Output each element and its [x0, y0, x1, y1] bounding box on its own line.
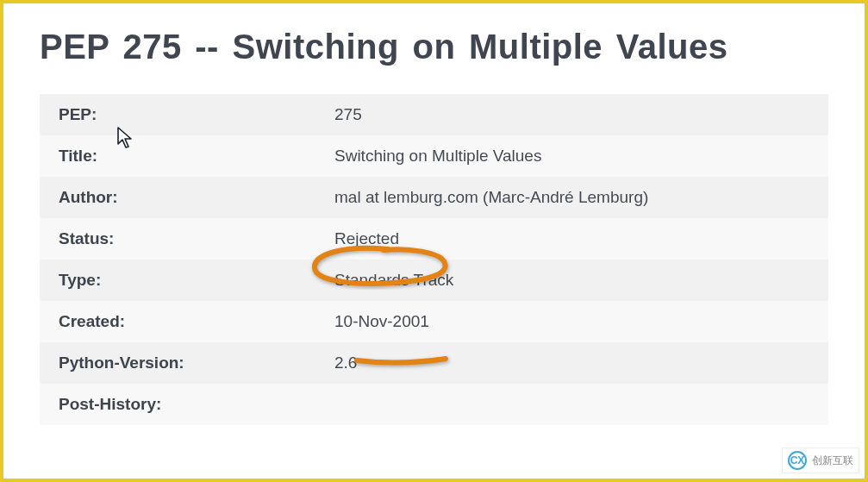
table-row: Title:Switching on Multiple Values	[40, 135, 828, 177]
document-frame: PEP 275 -- Switching on Multiple Values …	[0, 0, 868, 482]
document-content: PEP 275 -- Switching on Multiple Values …	[3, 3, 865, 425]
row-value: 10-Nov-2001	[315, 301, 828, 342]
table-row: Post-History:	[40, 384, 828, 425]
metadata-table: PEP:275Title:Switching on Multiple Value…	[40, 94, 828, 425]
page-title: PEP 275 -- Switching on Multiple Values	[40, 28, 828, 66]
watermark-logo-icon: CX	[788, 451, 807, 470]
row-value: 275	[315, 94, 828, 135]
row-label: Created:	[40, 301, 315, 342]
table-row: Type:Standards Track	[40, 260, 828, 301]
row-value: 2.6	[315, 342, 828, 384]
table-row: Author:mal at lemburg.com (Marc-André Le…	[40, 177, 828, 218]
row-label: Python-Version:	[40, 342, 315, 384]
table-row: Status:Rejected	[40, 218, 828, 260]
row-label: PEP:	[40, 94, 315, 135]
row-value: Standards Track	[315, 260, 828, 301]
table-row: PEP:275	[40, 94, 828, 135]
table-row: Python-Version:2.6	[40, 342, 828, 384]
row-value	[315, 384, 828, 425]
watermark-text: 创新互联	[812, 454, 853, 468]
table-row: Created:10-Nov-2001	[40, 301, 828, 342]
row-value: Switching on Multiple Values	[315, 135, 828, 177]
metadata-tbody: PEP:275Title:Switching on Multiple Value…	[40, 94, 828, 425]
row-label: Type:	[40, 260, 315, 301]
row-label: Status:	[40, 218, 315, 260]
row-label: Author:	[40, 177, 315, 218]
row-label: Title:	[40, 135, 315, 177]
row-value: Rejected	[315, 218, 828, 260]
row-label: Post-History:	[40, 384, 315, 425]
watermark: CX 创新互联	[782, 448, 859, 473]
row-value: mal at lemburg.com (Marc-André Lemburg)	[315, 177, 828, 218]
